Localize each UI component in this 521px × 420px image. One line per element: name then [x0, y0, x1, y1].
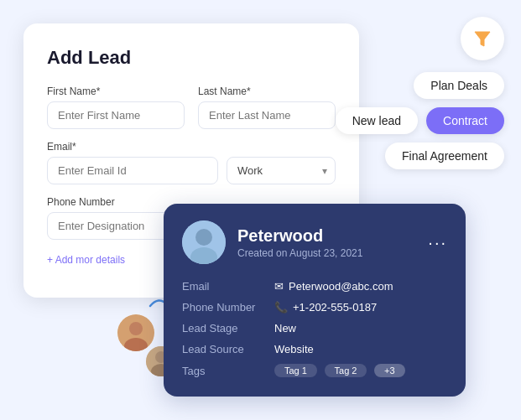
small-avatar-1: [117, 314, 154, 351]
funnel-icon: [472, 28, 493, 49]
email-input-wrap: [47, 157, 218, 184]
pw-details-table: Email ✉Peterwood@abc.com Phone Number 📞+…: [182, 276, 447, 381]
svg-point-5: [129, 322, 143, 335]
final-agreement-button[interactable]: Final Agreement: [385, 143, 504, 169]
svg-marker-0: [475, 32, 490, 46]
tag-2[interactable]: Tag 2: [325, 364, 367, 377]
deco-avatar-sm-1: [117, 314, 154, 351]
peterwood-card: Peterwood Created on August 23, 2021 ···…: [164, 204, 466, 397]
lead-stage-label: Lead Stage: [182, 318, 274, 339]
tag-more[interactable]: +3: [374, 364, 405, 377]
pw-header: Peterwood Created on August 23, 2021 ···: [182, 220, 447, 264]
email-row: Work Home Other ▾: [47, 157, 336, 184]
email-group: Email* Work Home Other ▾: [47, 141, 336, 184]
last-name-group: Last Name*: [198, 86, 336, 129]
first-name-input[interactable]: [47, 101, 185, 129]
plan-deals-area: Plan Deals New lead Contract Final Agree…: [336, 17, 504, 169]
pw-avatar: [182, 220, 226, 264]
name-row: First Name* Last Name*: [47, 86, 336, 129]
email-detail-label: Email: [182, 276, 274, 297]
contract-button[interactable]: Contract: [426, 107, 504, 134]
tags-value: Tag 1 Tag 2 +3: [274, 360, 447, 381]
phone-detail-value: 📞+1-202-555-0187: [274, 297, 447, 318]
svg-point-2: [195, 229, 212, 246]
tag-1[interactable]: Tag 1: [274, 364, 317, 377]
add-lead-title: Add Lead: [47, 47, 336, 69]
email-row: Email ✉Peterwood@abc.com: [182, 276, 447, 297]
add-more-link[interactable]: + Add mor details: [47, 254, 125, 266]
plan-deals-button[interactable]: Plan Deals: [414, 72, 504, 99]
email-type-select-wrap: Work Home Other ▾: [227, 157, 336, 184]
first-name-group: First Name*: [47, 86, 185, 129]
funnel-icon-wrap[interactable]: [461, 17, 504, 60]
tags-label: Tags: [182, 360, 274, 381]
pills-row: New lead Contract: [336, 107, 504, 134]
email-icon: ✉: [274, 280, 284, 293]
more-options-button[interactable]: ···: [428, 233, 447, 252]
email-detail-value: ✉Peterwood@abc.com: [274, 276, 447, 297]
lead-source-value: Website: [274, 339, 447, 360]
lead-stage-value: New: [274, 318, 447, 339]
email-input[interactable]: [47, 157, 218, 184]
first-name-label: First Name*: [47, 86, 185, 97]
last-name-input[interactable]: [198, 101, 336, 129]
pw-name: Peterwood: [237, 226, 362, 246]
last-name-label: Last Name*: [198, 86, 336, 97]
avatar-illustration: [182, 220, 226, 264]
phone-row: Phone Number 📞+1-202-555-0187: [182, 297, 447, 318]
lead-source-label: Lead Source: [182, 339, 274, 360]
email-type-select[interactable]: Work Home Other: [227, 157, 336, 184]
new-lead-button[interactable]: New lead: [336, 107, 418, 134]
phone-detail-label: Phone Number: [182, 297, 274, 318]
lead-stage-row: Lead Stage New: [182, 318, 447, 339]
pw-created-date: Created on August 23, 2021: [237, 247, 362, 259]
tags-row: Tags Tag 1 Tag 2 +3: [182, 360, 447, 381]
pw-name-section: Peterwood Created on August 23, 2021: [237, 226, 362, 259]
lead-source-row: Lead Source Website: [182, 339, 447, 360]
email-label: Email*: [47, 141, 336, 153]
phone-icon: 📞: [274, 301, 288, 314]
